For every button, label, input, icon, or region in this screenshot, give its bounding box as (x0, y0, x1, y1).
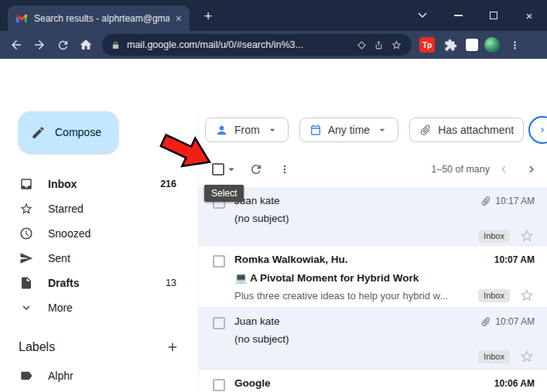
browser-toolbar: mail.google.com/mail/u/0/#search/in%3...… (0, 31, 547, 59)
email-sender: Juan kate (234, 315, 480, 327)
email-time: 10:07 AM (495, 316, 535, 327)
sidebar-item-drafts[interactable]: Drafts 13 (6, 271, 186, 295)
star-icon[interactable] (519, 288, 535, 303)
back-button[interactable] (5, 33, 28, 56)
email-subject: 💻 A Pivotal Moment for Hybrid Work (234, 271, 535, 284)
sidebar-item-starred[interactable]: Starred (6, 196, 186, 221)
email-subject: (no subject) (234, 333, 535, 345)
bookmark-star-icon[interactable] (391, 39, 402, 51)
profile-avatar[interactable] (484, 37, 500, 53)
inbox-icon (19, 177, 34, 191)
draft-icon (19, 276, 34, 290)
forward-button[interactable] (28, 33, 51, 56)
refresh-icon[interactable] (249, 162, 263, 176)
attachment-paperclip-icon (478, 314, 494, 329)
compose-label: Compose (55, 126, 101, 138)
newer-page-chevron-left-icon[interactable] (490, 155, 518, 183)
select-dropdown-caret-icon[interactable] (224, 162, 238, 176)
omnibox-diamond-icon[interactable] (357, 40, 367, 50)
email-time: 10:07 AM (494, 254, 535, 265)
browser-titlebar: Search results - alphrteam@gma... × + × (0, 0, 547, 31)
tab-close-icon[interactable]: × (176, 13, 182, 24)
more-options-kebab-icon[interactable] (279, 163, 291, 176)
window-controls: × (405, 0, 547, 31)
sidebar-item-snoozed[interactable]: Snoozed (6, 221, 186, 246)
list-toolbar: 1–50 of many (199, 152, 547, 187)
row-checkbox[interactable] (213, 317, 225, 329)
extensions-area: Tp (419, 33, 523, 56)
share-icon[interactable] (374, 40, 384, 50)
chip-any-time[interactable]: Any time (299, 118, 398, 142)
row-checkbox[interactable] (213, 379, 225, 391)
inbox-badge: Inbox (478, 289, 510, 302)
gmail-header: Gmail in:inbox (0, 59, 547, 111)
minimize-button[interactable] (440, 0, 476, 31)
chevron-down-icon (376, 124, 388, 136)
maximize-button[interactable] (476, 0, 511, 31)
pagination-text: 1–50 of many (431, 164, 490, 175)
older-page-chevron-right-icon[interactable] (518, 155, 545, 183)
minimize-icon (454, 15, 463, 16)
pencil-icon (31, 125, 46, 140)
email-snippet: Plus three creative ideas to help your h… (234, 290, 472, 302)
calendar-icon (309, 124, 322, 136)
compose-button[interactable]: Compose (19, 111, 118, 153)
row-checkbox[interactable] (213, 255, 225, 268)
create-label-plus-icon[interactable] (166, 340, 179, 354)
email-subject: (no subject) (234, 213, 535, 224)
attachment-paperclip-icon (478, 193, 494, 209)
reload-button[interactable] (51, 33, 74, 56)
paperclip-icon (417, 121, 435, 139)
home-button[interactable] (74, 33, 97, 56)
chevron-right-icon (538, 125, 547, 135)
screen: Search results - alphrteam@gma... × + × … (0, 0, 547, 392)
email-time: 10:17 AM (495, 196, 535, 206)
url-text: mail.google.com/mail/u/0/#search/in%3... (127, 39, 350, 50)
star-icon[interactable] (519, 349, 535, 364)
star-icon (19, 202, 34, 216)
chevron-down-icon (19, 301, 34, 315)
window-chevron-down-icon[interactable] (405, 0, 440, 31)
email-sender: Google (234, 377, 494, 389)
email-sender: Juan kate (234, 195, 480, 206)
new-tab-button[interactable]: + (198, 6, 218, 26)
sidebar-item-sent[interactable]: Sent (6, 246, 186, 271)
send-icon (19, 251, 34, 265)
white-extension-icon[interactable] (466, 39, 478, 51)
browser-menu-kebab-icon[interactable] (506, 33, 523, 56)
search-chips: From Any time Has attachment (205, 118, 524, 142)
email-row[interactable]: Juan kate 10:17 AM (no subject) Inbox (199, 187, 547, 246)
tab-title: Search results - alphrteam@gma... (34, 13, 169, 24)
email-time: 10:06 AM (494, 378, 535, 389)
email-row[interactable]: Juan kate 10:07 AM (no subject) Inbox (199, 308, 547, 370)
email-list-pane: From Any time Has attachment 1–50 of (198, 111, 547, 392)
email-row[interactable]: Google 10:06 AM (199, 370, 547, 392)
maximize-icon (490, 12, 497, 19)
extension-tp-icon[interactable]: Tp (419, 37, 435, 53)
email-row[interactable]: Romka Walkowiak, Hu. 10:07 AM 💻 A Pivota… (199, 246, 547, 308)
inbox-badge: Inbox (478, 350, 510, 363)
sidebar-label-alphr[interactable]: Alphr (6, 363, 186, 388)
email-sender: Romka Walkowiak, Hu. (234, 254, 494, 265)
lock-icon (111, 41, 120, 49)
select-tooltip: Select (204, 185, 244, 202)
clock-icon (19, 227, 34, 240)
star-icon[interactable] (519, 228, 535, 244)
labels-heading: Labels (19, 340, 55, 354)
sidebar-nav: Inbox 216 Starred Snoozed Sent Drafts 13 (6, 172, 186, 320)
chip-has-attachment[interactable]: Has attachment (409, 118, 524, 142)
label-tag-icon (19, 369, 34, 383)
address-bar[interactable]: mail.google.com/mail/u/0/#search/in%3... (102, 34, 412, 56)
red-arrow-annotation (158, 133, 220, 176)
chevron-down-icon (266, 124, 279, 136)
extensions-puzzle-icon[interactable] (441, 33, 460, 56)
close-window-button[interactable]: × (511, 0, 547, 31)
gmail-favicon-icon (15, 12, 28, 25)
browser-tab[interactable]: Search results - alphrteam@gma... × (8, 5, 190, 31)
sidebar-item-more[interactable]: More (6, 295, 186, 320)
labels-heading-row: Labels (19, 340, 179, 354)
inbox-badge: Inbox (478, 230, 510, 243)
email-rows: Juan kate 10:17 AM (no subject) Inbox (199, 187, 547, 392)
chips-scroll-right-button[interactable] (528, 116, 547, 144)
